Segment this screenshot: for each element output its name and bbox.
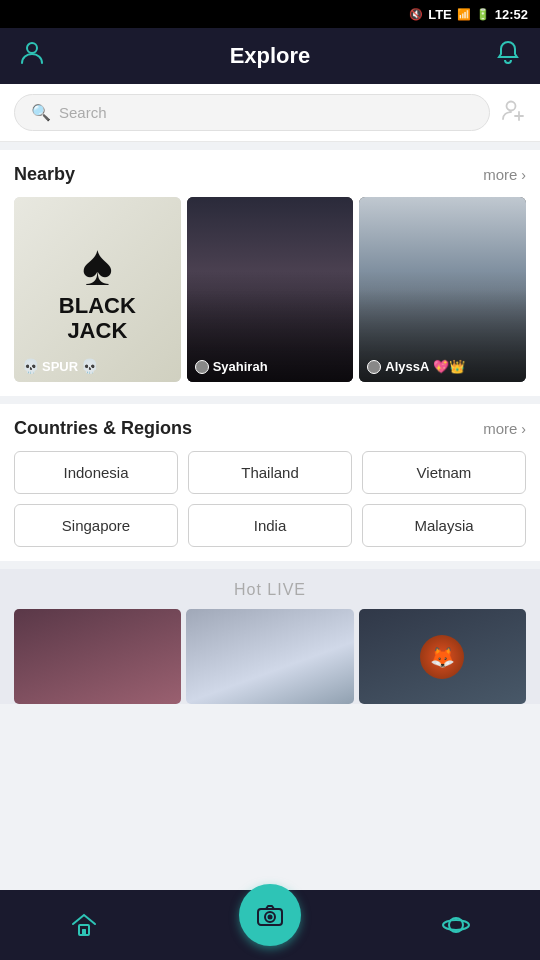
- syahirah-avatar: [195, 360, 209, 374]
- hot-live-cards: 🦊: [14, 609, 526, 704]
- search-container: 🔍 Search: [0, 84, 540, 142]
- syahirah-label: Syahirah: [195, 359, 268, 374]
- country-indonesia[interactable]: Indonesia: [14, 451, 178, 494]
- nearby-title: Nearby: [14, 164, 75, 185]
- live-card-2[interactable]: [186, 609, 353, 704]
- countries-section: Countries & Regions more › Indonesia Tha…: [0, 404, 540, 561]
- nearby-more-label: more: [483, 166, 517, 183]
- lte-indicator: LTE: [428, 7, 452, 22]
- blackjack-bg: ♠ BLACK JACK 💀 SPUR 💀: [14, 197, 181, 382]
- syahirah-name: Syahirah: [213, 359, 268, 374]
- alyssa-gradient: [359, 197, 526, 382]
- svg-point-8: [267, 915, 272, 920]
- live2-bg: [186, 609, 353, 704]
- nearby-card-blackjack[interactable]: ♠ BLACK JACK 💀 SPUR 💀: [14, 197, 181, 382]
- status-icons: 🔇 LTE 📶 🔋 12:52: [409, 7, 528, 22]
- nearby-more-button[interactable]: more ›: [483, 166, 526, 183]
- country-singapore[interactable]: Singapore: [14, 504, 178, 547]
- countries-more-button[interactable]: more ›: [483, 420, 526, 437]
- mute-icon: 🔇: [409, 8, 423, 21]
- hot-live-title: Hot LIVE: [14, 581, 526, 599]
- nearby-cards: ♠ BLACK JACK 💀 SPUR 💀: [14, 197, 526, 382]
- search-bar[interactable]: 🔍 Search: [14, 94, 490, 131]
- live-card-3[interactable]: 🦊: [359, 609, 526, 704]
- live-card-1[interactable]: [14, 609, 181, 704]
- bj-line2: JACK: [59, 319, 136, 343]
- foxjs-badge: 🦊: [420, 635, 464, 679]
- spur-name: SPUR: [42, 359, 78, 374]
- countries-grid: Indonesia Thailand Vietnam Singapore Ind…: [14, 451, 526, 547]
- countries-more-label: more: [483, 420, 517, 437]
- syahirah-bg: Syahirah: [187, 197, 354, 382]
- country-vietnam[interactable]: Vietnam: [362, 451, 526, 494]
- alyssa-avatar: [367, 360, 381, 374]
- battery-icon: 🔋: [476, 8, 490, 21]
- hot-live-section: Hot LIVE 🦊: [0, 569, 540, 704]
- svg-point-0: [27, 43, 37, 53]
- skull-icon: 💀: [22, 358, 39, 374]
- blackjack-text: ♠ BLACK JACK: [59, 236, 136, 342]
- add-user-button[interactable]: [500, 97, 526, 129]
- bj-line1: BLACK: [59, 294, 136, 318]
- country-malaysia[interactable]: Malaysia: [362, 504, 526, 547]
- svg-point-1: [507, 101, 516, 110]
- nearby-card-alyssa[interactable]: AlyssA 💖👑: [359, 197, 526, 382]
- country-india[interactable]: India: [188, 504, 352, 547]
- header: Explore: [0, 28, 540, 84]
- countries-title: Countries & Regions: [14, 418, 192, 439]
- spur-label: 💀 SPUR 💀: [22, 358, 98, 374]
- bottom-nav: [0, 890, 540, 960]
- countries-header: Countries & Regions more ›: [14, 418, 526, 439]
- camera-nav-button[interactable]: [239, 884, 301, 946]
- signal-icon: 📶: [457, 8, 471, 21]
- alyssa-name: AlyssA 💖👑: [385, 359, 464, 374]
- nearby-header: Nearby more ›: [14, 164, 526, 185]
- page-title: Explore: [230, 43, 311, 69]
- syahirah-gradient: [187, 197, 354, 382]
- skull2-icon: 💀: [81, 358, 98, 374]
- country-thailand[interactable]: Thailand: [188, 451, 352, 494]
- clock: 12:52: [495, 7, 528, 22]
- spade-icon: ♠: [59, 236, 136, 294]
- status-bar: 🔇 LTE 📶 🔋 12:52: [0, 0, 540, 28]
- bell-button[interactable]: [494, 39, 522, 74]
- alyssa-label: AlyssA 💖👑: [367, 359, 464, 374]
- svg-rect-5: [82, 929, 86, 935]
- search-icon: 🔍: [31, 103, 51, 122]
- nearby-more-chevron: ›: [521, 167, 526, 183]
- live1-bg: [14, 609, 181, 704]
- live3-bg: 🦊: [359, 609, 526, 704]
- home-nav-item[interactable]: [70, 911, 98, 939]
- profile-button[interactable]: [18, 39, 46, 74]
- nearby-section: Nearby more › ♠ BLACK JACK 💀 SPUR 💀: [0, 150, 540, 396]
- nearby-card-syahirah[interactable]: Syahirah: [187, 197, 354, 382]
- fox-emoji: 🦊: [430, 645, 455, 669]
- svg-point-10: [443, 920, 469, 930]
- countries-more-chevron: ›: [521, 421, 526, 437]
- explore-nav-item[interactable]: [442, 911, 470, 939]
- search-placeholder: Search: [59, 104, 107, 121]
- alyssa-bg: AlyssA 💖👑: [359, 197, 526, 382]
